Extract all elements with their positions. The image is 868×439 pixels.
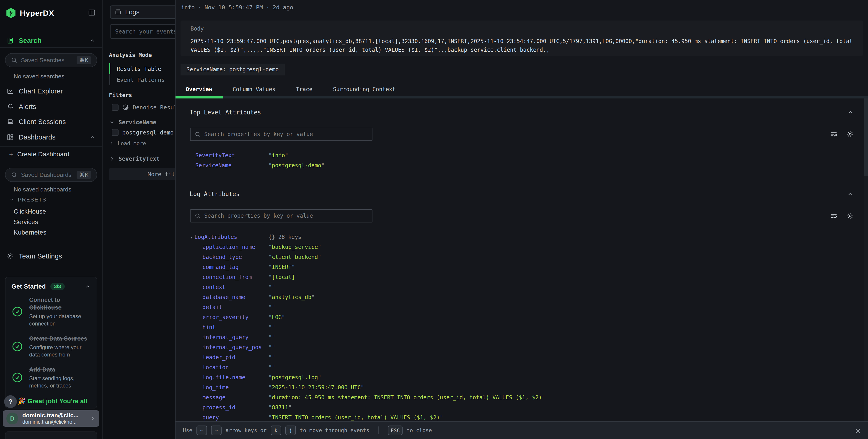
sidebar-preset-item[interactable]: Kubernetes (0, 227, 102, 238)
sidebar-item-dashboards[interactable]: Dashboards (0, 131, 102, 144)
attribute-key[interactable]: leader_pid (203, 354, 236, 360)
attribute-key[interactable]: detail (203, 304, 222, 310)
source-selector-button[interactable]: Logs (110, 5, 175, 19)
triangle-down-icon[interactable]: ▾ (190, 235, 193, 240)
denoise-results-row[interactable]: Denoise Results (112, 104, 175, 111)
wrap-lines-icon[interactable] (830, 212, 837, 220)
denoise-checkbox[interactable] (112, 104, 119, 111)
load-more-link[interactable]: Load more (109, 140, 146, 146)
attribute-value[interactable]: duration: 45.950 ms statement: INSERT IN… (269, 393, 545, 403)
more-filters-button[interactable]: More filters (109, 168, 175, 180)
attribute-value[interactable]: INSERT (269, 262, 295, 272)
sidebar-item-search[interactable]: Search (0, 34, 102, 47)
body-card: Body 2025-11-10 23:59:47.000 UTC,postgre… (181, 21, 863, 56)
chevron-up-icon[interactable] (847, 191, 854, 197)
attribute-value[interactable]: LOG (269, 312, 285, 322)
properties-search-input[interactable]: Search properties by key or value (190, 209, 372, 222)
get-started-item[interactable]: Connect to ClickHouse Set up your databa… (5, 292, 97, 331)
attribute-key[interactable]: error_severity (203, 314, 248, 320)
attribute-key[interactable]: backend_type (203, 254, 242, 260)
attribute-value[interactable]: 2025-11-10 23:59:47.000 UTC (269, 382, 364, 393)
chevron-up-icon[interactable] (85, 284, 91, 289)
sidebar-preset-item[interactable]: ClickHouse (0, 206, 102, 217)
tab-column-values[interactable]: Column Values (222, 83, 286, 96)
events-search-input[interactable]: Search your events... (110, 24, 175, 39)
attribute-key[interactable]: hint (203, 324, 216, 331)
attribute-key[interactable]: message (203, 394, 225, 401)
attribute-value[interactable] (269, 332, 275, 342)
attribute-value[interactable]: analytics_db (269, 292, 315, 302)
help-button[interactable]: ? (4, 395, 17, 408)
attribute-key[interactable]: SeverityText (195, 152, 235, 159)
presets-toggle[interactable]: PRESETS (9, 196, 46, 203)
tab-trace[interactable]: Trace (286, 83, 322, 96)
attribute-key[interactable]: internal_query (203, 334, 248, 341)
attribute-value[interactable]: client backend (269, 252, 321, 262)
attribute-value[interactable]: INSERT INTO orders (user_id, total) VALU… (269, 413, 443, 421)
close-icon[interactable] (854, 428, 861, 434)
attribute-value[interactable]: postgresql.log (269, 372, 321, 382)
attribute-key[interactable]: context (203, 284, 225, 290)
sidebar-item-team-settings[interactable]: Team Settings (0, 250, 102, 262)
scrollbar[interactable] (864, 98, 868, 421)
attribute-value[interactable] (269, 363, 275, 372)
attribute-key[interactable]: process_id (203, 404, 236, 411)
scrollbar-thumb[interactable] (864, 98, 868, 176)
service-name-chip[interactable]: ServiceName: postgresql-demo (181, 64, 285, 75)
attribute-row: database_name analytics_db (176, 292, 864, 302)
brand-logo[interactable]: HyperDX (6, 8, 54, 18)
attribute-key[interactable]: log.file.name (203, 374, 245, 381)
attribute-key[interactable]: connection_from (203, 274, 252, 280)
attribute-key[interactable]: application_name (203, 244, 255, 250)
saved-searches-input[interactable]: Saved Searches ⌘K (5, 53, 97, 67)
attribute-key[interactable]: query (203, 414, 219, 421)
wrap-lines-icon[interactable] (830, 131, 837, 138)
service-value-row[interactable]: postgresql-demo (112, 129, 174, 136)
gear-icon[interactable] (846, 212, 854, 220)
create-dashboard-button[interactable]: + Create Dashboard (9, 151, 69, 158)
attribute-key[interactable]: location (203, 364, 229, 371)
get-started-item[interactable]: Create Data Sources Configure where your… (5, 331, 97, 362)
attribute-value[interactable] (269, 282, 275, 292)
separator (266, 4, 270, 11)
sidebar-item-label: Client Sessions (19, 118, 95, 126)
chevron-up-icon[interactable] (847, 109, 854, 116)
properties-search-input[interactable]: Search properties by key or value (190, 128, 372, 141)
attribute-value[interactable]: [local] (269, 272, 298, 282)
service-name-group[interactable]: ServiceName (109, 119, 156, 126)
attribute-value[interactable] (269, 342, 275, 352)
attribute-key[interactable]: log_time (203, 384, 229, 391)
user-menu[interactable]: D dominic.tran@clic... dominic.tran@clic… (3, 410, 99, 427)
sidebar-preset-item[interactable]: Services (0, 217, 102, 227)
create-dashboard-label: Create Dashboard (17, 151, 69, 158)
collapse-sidebar-icon[interactable] (88, 9, 96, 17)
attribute-value[interactable]: postgresql-demo (269, 160, 324, 170)
attribute-value[interactable] (269, 302, 275, 312)
sidebar-item-client-sessions[interactable]: Client Sessions (0, 115, 102, 128)
attribute-key[interactable]: internal_query_pos (203, 344, 262, 351)
saved-dashboards-input[interactable]: Saved Dashboards ⌘K (5, 168, 97, 182)
tab-surrounding-context[interactable]: Surrounding Context (323, 83, 406, 96)
attribute-key[interactable]: LogAttributes (194, 234, 237, 240)
attribute-value[interactable]: info (269, 151, 288, 160)
service-value-label: postgresql-demo (122, 129, 174, 136)
attribute-value[interactable]: backup_service (269, 242, 321, 252)
mode-event-patterns[interactable]: Event Patterns (109, 74, 165, 85)
severity-text-group[interactable]: SeverityText (109, 155, 160, 162)
get-started-item[interactable]: Add Data Start sending logs, metrics, or… (5, 362, 97, 393)
avatar: D (6, 413, 18, 425)
attribute-value[interactable]: 88711 (269, 403, 291, 413)
sidebar-item-chart-explorer[interactable]: Chart Explorer (0, 85, 102, 98)
sidebar: HyperDX Search Saved Searches ⌘K No save… (0, 0, 102, 439)
tab-overview[interactable]: Overview (176, 83, 222, 96)
attribute-key[interactable]: command_tag (203, 264, 239, 270)
sidebar-item-alerts[interactable]: Alerts (0, 100, 102, 113)
attribute-value[interactable] (269, 352, 275, 363)
mode-results-table[interactable]: Results Table (109, 63, 165, 74)
gear-icon[interactable] (846, 131, 854, 138)
service-checkbox[interactable] (112, 129, 119, 136)
attribute-value[interactable] (269, 322, 275, 332)
attribute-key[interactable]: database_name (203, 294, 245, 301)
attribute-key[interactable]: ServiceName (195, 162, 231, 169)
section-title: Top Level Attributes (190, 109, 261, 116)
